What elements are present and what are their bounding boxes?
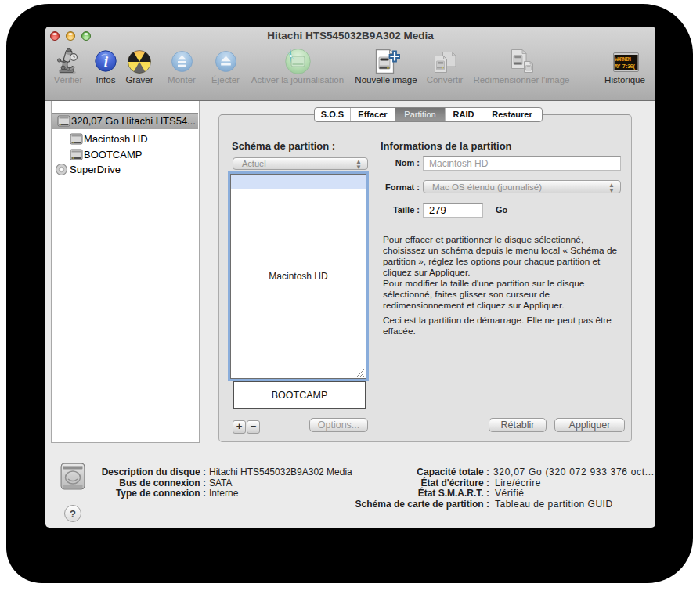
svg-text:WARNIN: WARNIN: [615, 56, 631, 63]
svg-text:i: i: [104, 53, 109, 70]
svg-text:AY 7:36(: AY 7:36(: [615, 63, 636, 70]
